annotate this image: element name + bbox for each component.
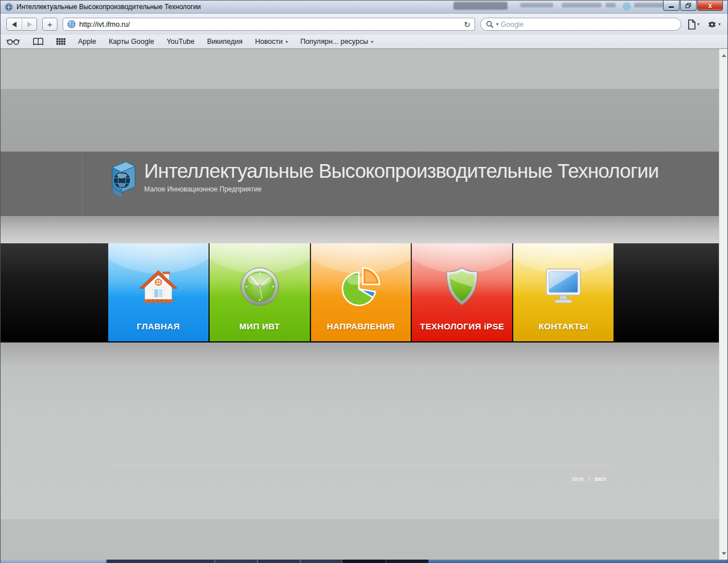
safari-icon [5,3,13,11]
chevron-down-icon: ▾ [285,39,288,44]
settings-caret-icon: ▾ [718,22,721,27]
minimize-button[interactable] [663,1,680,11]
glass-reflection [606,3,616,7]
nav-tile-label: ТЕХНОЛОГИЯ iPSE [412,321,512,331]
vertical-scrollbar[interactable] [719,49,727,560]
bookmark-label: Карты Google [109,38,154,46]
globe-icon [67,20,76,28]
bookmark-label: Новости [255,38,283,46]
sound-state[interactable]: вкл [595,475,606,482]
nav-tile-home[interactable]: ГЛАВНАЯ [108,243,208,341]
close-icon: x [708,2,712,10]
top-sites-grid-icon[interactable] [56,38,66,46]
bookmark-apple[interactable]: Apple [78,38,96,46]
glass-reflection [562,3,602,7]
taskbar-segment [300,560,341,563]
page-title: Интеллектуальные Высокопроизводительные … [144,160,659,182]
background-band [1,519,719,560]
page-menu-caret-icon: ▾ [697,22,700,27]
nav-strip: ГЛАВНАЯ [1,243,719,342]
background-band [1,49,719,89]
search-icon [486,21,494,28]
bookmarks-book-icon[interactable] [32,37,44,46]
taskbar-segment [386,560,428,563]
glass-reflection [623,2,631,11]
restore-icon [685,3,692,9]
bookmark-label: Apple [78,38,96,46]
nav-tile-label: КОНТАКТЫ [513,321,614,331]
shield-icon [444,266,480,307]
search-engine-caret-icon[interactable]: ▾ [496,22,498,27]
site-logo[interactable] [107,160,137,198]
footer-divider [108,465,613,466]
bookmark-folder-novosti[interactable]: Новости ▾ [255,38,288,46]
taskbar-segment [341,560,386,563]
url-input[interactable] [79,21,460,28]
nav-tile-label: НАПРАВЛЕНИЯ [311,321,411,331]
history-nav-group [6,18,37,31]
close-button[interactable]: x [697,1,723,11]
background-band [1,89,719,152]
forward-icon [27,22,32,27]
bookmark-karty-google[interactable]: Карты Google [109,38,154,46]
nav-tile-kontakty[interactable]: КОНТАКТЫ [513,243,614,341]
new-tab-button[interactable]: + [42,18,58,31]
bookmark-youtube[interactable]: YouTube [166,38,194,46]
title-bar[interactable]: Интеллектуальные Высокопроизводительные … [1,1,727,13]
reload-icon[interactable]: ↻ [464,21,471,28]
restore-button[interactable] [680,1,697,11]
forward-button[interactable] [22,18,36,30]
bookmark-folder-popular-resources[interactable]: Популярн... ресурсы ▾ [300,38,373,46]
taskbar-segment [106,560,214,563]
search-input[interactable] [501,21,676,28]
pie-chart-icon [340,266,381,307]
taskbar-segment [1,560,106,563]
sound-separator: | [588,475,590,482]
address-bar[interactable]: ↻ [63,18,475,31]
glass-reflection [453,2,508,10]
nav-tile-label: МИП ИВТ [210,321,310,331]
reading-list-glasses-icon[interactable] [6,38,20,46]
clock-icon [239,266,280,307]
site-header: Интеллектуальные Высокопроизводительные … [1,152,719,216]
page-menu-button[interactable]: ▾ [686,18,701,31]
bookmarks-bar: Apple Карты Google YouTube Википедия Нов… [1,35,727,49]
window-controls: x [662,1,723,11]
scroll-up-icon[interactable] [722,54,726,57]
page-icon [688,19,696,30]
browser-window: Интеллектуальные Высокопроизводительные … [0,0,728,563]
minimize-icon [669,6,674,8]
back-button[interactable] [7,18,22,30]
page-subtitle: Малое Инновационное Предприятие [144,185,659,193]
page-viewport: Интеллектуальные Высокопроизводительные … [1,49,727,560]
main-navigation: ГЛАВНАЯ [108,243,614,341]
nav-tile-napravleniya[interactable]: НАПРАВЛЕНИЯ [311,243,411,341]
gear-icon [707,19,717,30]
house-icon [138,266,179,307]
taskbar-segment [428,560,727,563]
bookmark-label: YouTube [166,38,194,46]
nav-tile-label: ГЛАВНАЯ [108,321,208,331]
background-band [1,216,719,243]
taskbar-segment [214,560,257,563]
chevron-down-icon: ▾ [371,39,373,44]
sound-label[interactable]: звук [571,475,584,482]
settings-menu-button[interactable]: ▾ [706,18,722,31]
search-field[interactable]: ▾ [480,18,681,31]
back-icon [12,22,17,27]
bookmark-label: Популярн... ресурсы [300,38,368,46]
header-seam [82,152,83,216]
scroll-down-icon[interactable] [722,552,726,555]
taskbar-edge [1,560,727,563]
taskbar-segment [257,560,300,563]
main-area: звук | вкл [1,342,719,519]
sound-toggle: звук | вкл [571,475,606,482]
nav-tile-mip-ivt[interactable]: МИП ИВТ [210,243,310,341]
bookmark-label: Википедия [207,38,243,46]
new-tab-icon: + [47,19,52,29]
nav-tile-technologiya-ipse[interactable]: ТЕХНОЛОГИЯ iPSE [412,243,512,341]
window-title: Интеллектуальные Высокопроизводительные … [17,3,201,11]
bookmark-wikipedia[interactable]: Википедия [207,38,243,46]
browser-toolbar: + ↻ ▾ [1,13,727,35]
glass-reflection [520,3,553,7]
